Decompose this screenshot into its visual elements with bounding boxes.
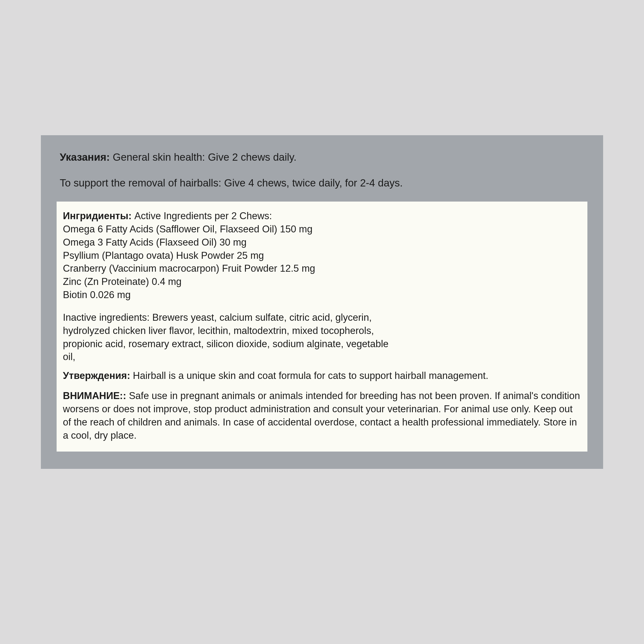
ingredients-section: Ингридиенты: Active Ingredients per 2 Ch… [63,209,581,302]
inactive-line: oil, [63,350,581,364]
info-panel: Указания: General skin health: Give 2 ch… [41,135,603,469]
warning-label: ВНИМАНИЕ:: [63,390,126,401]
ingredient-line: Omega 6 Fatty Acids (Safflower Oil, Flax… [63,223,581,236]
directions-section: Указания: General skin health: Give 2 ch… [57,149,587,202]
ingredient-line: Biotin 0.026 mg [63,288,581,302]
ingredient-line: Zinc (Zn Proteinate) 0.4 mg [63,275,581,288]
inactive-ingredients-section: Inactive ingredients: Brewers yeast, cal… [63,311,581,364]
directions-line-2: To support the removal of hairballs: Giv… [60,175,584,191]
directions-label: Указания: [60,151,110,163]
ingredients-intro: Active Ingredients per 2 Chews: [134,210,272,221]
inactive-line: Inactive ingredients: Brewers yeast, cal… [63,311,581,324]
claims-label: Утверждения: [63,370,130,381]
inactive-line: propionic acid, rosemary extract, silico… [63,337,581,351]
ingredient-line: Omega 3 Fatty Acids (Flaxseed Oil) 30 mg [63,236,581,249]
ingredients-label: Ингридиенты: [63,210,132,221]
directions-text-1: General skin health: Give 2 chews daily. [113,151,297,163]
ingredient-line: Psyllium (Plantago ovata) Husk Powder 25… [63,249,581,262]
claims-text: Hairball is a unique skin and coat formu… [133,370,488,381]
warning-section: ВНИМАНИЕ:: Safe use in pregnant animals … [63,389,581,442]
directions-line-1: Указания: General skin health: Give 2 ch… [60,149,584,165]
ingredient-line: Cranberry (Vaccinium macrocarpon) Fruit … [63,262,581,275]
warning-text: Safe use in pregnant animals or animals … [63,390,580,441]
claims-section: Утверждения: Hairball is a unique skin a… [63,369,581,382]
ingredients-header: Ингридиенты: Active Ingredients per 2 Ch… [63,209,581,223]
details-card: Ингридиенты: Active Ingredients per 2 Ch… [57,202,587,452]
inactive-line: hydrolyzed chicken liver flavor, lecithi… [63,324,581,337]
